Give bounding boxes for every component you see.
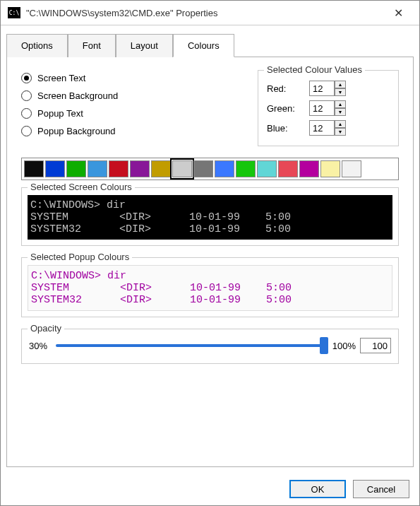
opacity-thumb[interactable]: [320, 337, 328, 354]
colour-swatch-6[interactable]: [151, 160, 171, 177]
radio-popup-background[interactable]: Popup Background: [21, 126, 244, 136]
colour-swatch-9[interactable]: [215, 160, 234, 177]
radio-label: Popup Text: [37, 108, 83, 119]
radio-label: Screen Background: [37, 90, 118, 101]
radio-screen-background[interactable]: Screen Background: [21, 90, 244, 101]
blue-input[interactable]: [309, 120, 335, 136]
green-up[interactable]: ▲: [335, 100, 346, 108]
radio-popup-text[interactable]: Popup Text: [21, 108, 244, 119]
radio-icon: [21, 73, 32, 83]
tab-layout[interactable]: Layout: [116, 34, 173, 57]
colour-values-legend: Selected Colour Values: [264, 64, 365, 75]
green-down[interactable]: ▼: [335, 108, 346, 116]
screen-preview-legend: Selected Screen Colours: [28, 182, 135, 192]
colour-swatch-1[interactable]: [45, 160, 65, 177]
red-up[interactable]: ▲: [335, 81, 346, 88]
colour-swatch-4[interactable]: [109, 160, 128, 177]
green-label: Green:: [267, 103, 309, 114]
radio-label: Popup Background: [37, 126, 116, 136]
colour-swatch-8[interactable]: [193, 160, 213, 177]
colour-swatch-15[interactable]: [342, 160, 361, 177]
red-down[interactable]: ▼: [335, 88, 346, 96]
window-title: "C:\WINDOWS\system32\CMD.exe" Properties: [26, 8, 384, 18]
colour-swatch-12[interactable]: [278, 160, 298, 177]
dialog-buttons: OK Cancel: [1, 473, 419, 505]
radio-icon: [21, 108, 32, 119]
colour-swatch-13[interactable]: [299, 160, 319, 177]
opacity-legend: Opacity: [28, 323, 64, 334]
colour-swatch-10[interactable]: [236, 160, 256, 177]
green-spinner[interactable]: ▲ ▼: [309, 100, 346, 116]
blue-down[interactable]: ▼: [335, 128, 346, 136]
red-spinner[interactable]: ▲ ▼: [309, 81, 346, 96]
opacity-slider[interactable]: [56, 344, 324, 347]
tab-options[interactable]: Options: [6, 34, 68, 57]
red-input[interactable]: [309, 81, 335, 96]
screen-preview: C:\WINDOWS> dir SYSTEM <DIR> 10-01-99 5:…: [28, 195, 392, 240]
tab-strip: Options Font Layout Colours: [6, 34, 414, 57]
close-button[interactable]: ✕: [384, 1, 412, 25]
radio-label: Screen Text: [37, 73, 85, 83]
radio-icon: [21, 90, 32, 101]
green-input[interactable]: [309, 100, 335, 116]
radio-icon: [21, 126, 32, 136]
colour-swatch-14[interactable]: [320, 160, 340, 177]
colour-swatch-7[interactable]: [172, 160, 192, 177]
titlebar: C:\ "C:\WINDOWS\system32\CMD.exe" Proper…: [1, 1, 419, 25]
opacity-max-label: 100%: [332, 341, 356, 351]
opacity-group: Opacity 30% 100%: [21, 329, 399, 364]
radio-screen-text[interactable]: Screen Text: [21, 73, 244, 83]
colour-values-group: Selected Colour Values Red: ▲ ▼ Green:: [258, 70, 399, 146]
cmd-icon: C:\: [8, 7, 20, 18]
target-radio-group: Screen Text Screen Background Popup Text…: [21, 70, 244, 146]
colour-swatch-11[interactable]: [257, 160, 277, 177]
blue-up[interactable]: ▲: [335, 120, 346, 128]
colour-swatch-2[interactable]: [66, 160, 86, 177]
popup-preview: C:\WINDOWS> dir SYSTEM <DIR> 10-01-99 5:…: [28, 265, 392, 311]
colour-swatch-5[interactable]: [130, 160, 150, 177]
opacity-min-label: 30%: [29, 341, 47, 351]
popup-preview-group: Selected Popup Colours C:\WINDOWS> dir S…: [21, 257, 399, 317]
colour-swatch-3[interactable]: [88, 160, 107, 177]
tab-font[interactable]: Font: [68, 34, 116, 57]
colour-swatches: [21, 158, 399, 180]
popup-preview-legend: Selected Popup Colours: [28, 252, 132, 262]
colour-swatch-0[interactable]: [24, 160, 44, 177]
ok-button[interactable]: OK: [289, 480, 346, 498]
blue-label: Blue:: [267, 123, 309, 134]
blue-spinner[interactable]: ▲ ▼: [309, 120, 346, 136]
opacity-input[interactable]: [360, 338, 391, 353]
colours-panel: Screen Text Screen Background Popup Text…: [6, 57, 414, 467]
properties-dialog: C:\ "C:\WINDOWS\system32\CMD.exe" Proper…: [0, 0, 420, 506]
dialog-content: Options Font Layout Colours Screen Text …: [1, 25, 419, 473]
cancel-button[interactable]: Cancel: [353, 480, 409, 498]
red-label: Red:: [267, 83, 309, 94]
screen-preview-group: Selected Screen Colours C:\WINDOWS> dir …: [21, 187, 399, 246]
tab-colours[interactable]: Colours: [173, 34, 234, 57]
